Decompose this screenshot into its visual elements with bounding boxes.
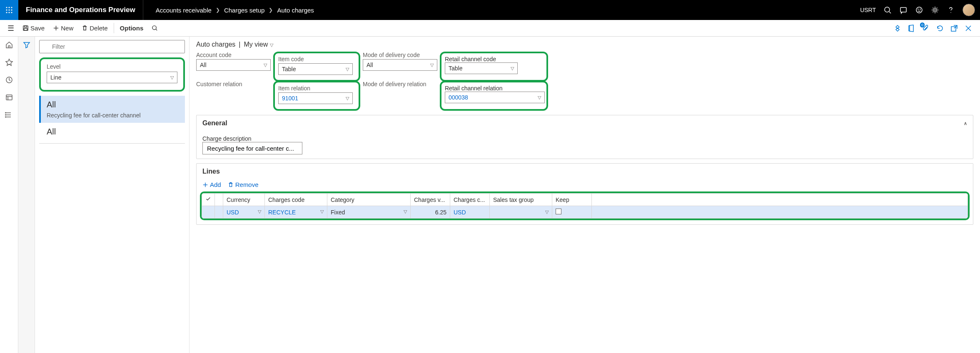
code-fields-row: Account code All ▽ Item code Table ▽	[196, 52, 973, 82]
grid-cell-select[interactable]	[202, 206, 215, 219]
grid-cell-value[interactable]: 6.25	[411, 206, 450, 219]
svg-rect-28	[6, 95, 12, 100]
refresh-icon[interactable]	[936, 24, 944, 32]
smiley-icon[interactable]	[915, 6, 923, 14]
lines-actions: Add Remove	[197, 179, 973, 190]
grid-col-charges-value[interactable]: Charges v...	[411, 194, 450, 206]
grid-col-charges-code[interactable]: Charges code	[265, 194, 327, 206]
grid-cell-keep[interactable]	[552, 206, 592, 219]
grid-col-spacer	[215, 194, 223, 206]
item-code-group: Item code Table ▽	[273, 52, 360, 82]
svg-point-2	[11, 7, 12, 8]
list-item[interactable]: All	[39, 123, 185, 141]
company-code[interactable]: USRT	[860, 7, 876, 13]
grid-col-charges-currency[interactable]: Charges c...	[450, 194, 490, 206]
options-button[interactable]: Options	[114, 23, 148, 33]
chevron-down-icon: ▽	[545, 209, 549, 215]
new-button[interactable]: New	[49, 23, 77, 33]
chevron-down-icon: ▽	[170, 75, 174, 80]
grid-col-keep[interactable]: Keep	[552, 194, 592, 206]
general-header[interactable]: General ∧	[197, 115, 973, 131]
grid-col-currency[interactable]: Currency	[223, 194, 265, 206]
delete-label: Delete	[90, 25, 107, 32]
chevron-right-icon: ❯	[216, 7, 220, 13]
divider: |	[239, 41, 240, 48]
grid-cell-sales-tax[interactable]: ▽	[490, 206, 552, 219]
chevron-down-icon: ▽	[258, 209, 261, 214]
chevron-right-icon: ❯	[269, 7, 273, 13]
help-icon[interactable]	[947, 6, 955, 14]
funnel-icon[interactable]	[22, 41, 31, 49]
popout-icon[interactable]	[950, 24, 958, 32]
search-icon[interactable]	[883, 6, 892, 14]
breadcrumb-item[interactable]: Accounts receivable	[156, 7, 212, 14]
grid-cell-charges-currency[interactable]: USD	[450, 206, 490, 219]
view-selector[interactable]: My view ▽	[244, 41, 273, 48]
titlebar-actions: USRT	[860, 4, 980, 16]
chevron-down-icon: ▽	[430, 62, 434, 68]
workspace-icon[interactable]	[5, 93, 13, 102]
attachments-icon[interactable]: 0	[922, 24, 930, 32]
grid-col-sales-tax[interactable]: Sales tax group	[490, 194, 552, 206]
account-code-field: Account code All ▽	[196, 52, 273, 82]
lines-header[interactable]: Lines	[197, 164, 973, 179]
home-icon[interactable]	[5, 41, 13, 49]
item-code-select[interactable]: Table ▽	[278, 63, 353, 75]
office-icon[interactable]	[908, 24, 916, 32]
svg-rect-18	[25, 26, 27, 27]
avatar[interactable]	[963, 4, 975, 16]
chevron-down-icon: ▽	[511, 66, 514, 71]
field-label: Charge description	[202, 135, 967, 142]
item-relation-input[interactable]: 91001 ▽	[278, 92, 353, 104]
svg-point-12	[916, 7, 922, 13]
svg-point-9	[885, 7, 890, 12]
breadcrumb-item[interactable]: Auto charges	[277, 7, 314, 14]
chevron-down-icon: ▽	[320, 209, 324, 214]
grid-col-category[interactable]: Category	[327, 194, 411, 206]
hamburger-button[interactable]: ☰	[3, 24, 18, 33]
close-icon[interactable]	[964, 24, 973, 32]
grid-row[interactable]: USD▽ RECYCLE▽ Fixed▽ 6.25 USD ▽	[202, 206, 968, 219]
filter-input[interactable]	[39, 40, 185, 53]
list-item[interactable]: All Recycling fee for call-center channe…	[39, 96, 185, 123]
star-icon[interactable]	[5, 58, 13, 67]
app-launcher-button[interactable]	[0, 0, 18, 20]
lines-grid-wrap: Currency Charges code Category Charges v…	[200, 191, 970, 220]
remove-line-button[interactable]: Remove	[228, 181, 259, 188]
app-title: Finance and Operations Preview	[18, 0, 143, 20]
chevron-down-icon: ▽	[346, 96, 349, 101]
add-line-button[interactable]: Add	[202, 181, 221, 188]
field-label: Retail channel relation	[445, 85, 543, 92]
breadcrumb-item[interactable]: Charges setup	[224, 7, 265, 14]
messages-icon[interactable]	[899, 6, 908, 14]
diamond-icon[interactable]	[893, 24, 902, 32]
toolbar-right: 0	[893, 24, 977, 32]
account-code-select[interactable]: All ▽	[196, 59, 271, 71]
customer-relation-input[interactable]	[196, 88, 271, 100]
svg-point-15	[934, 9, 936, 11]
level-select[interactable]: Line ▽	[47, 72, 177, 83]
grid-cell-currency[interactable]: USD▽	[223, 206, 265, 219]
delivery-relation-input[interactable]	[363, 88, 437, 100]
clock-icon[interactable]	[5, 76, 13, 84]
keep-checkbox[interactable]	[556, 209, 561, 214]
find-button[interactable]	[147, 23, 162, 33]
save-button[interactable]: Save	[18, 23, 49, 33]
grid-col-select[interactable]	[202, 194, 215, 206]
modules-icon[interactable]	[5, 111, 13, 119]
svg-point-22	[152, 26, 156, 30]
options-label: Options	[120, 25, 144, 32]
grid-cell-tail	[592, 206, 968, 219]
delivery-code-select[interactable]: All ▽	[363, 59, 437, 71]
lines-grid: Currency Charges code Category Charges v…	[202, 193, 968, 219]
channel-code-select[interactable]: Table ▽	[445, 62, 518, 74]
grid-cell-charges-code[interactable]: RECYCLE▽	[265, 206, 327, 219]
channel-relation-input[interactable]: 000038 ▽	[445, 92, 545, 103]
delete-button[interactable]: Delete	[77, 23, 112, 33]
delivery-relation-field: Mode of delivery relation	[363, 81, 440, 111]
charge-description-input[interactable]	[202, 142, 302, 154]
main-area: Auto charges | My view ▽ Account code Al…	[189, 37, 980, 353]
grid-cell-category[interactable]: Fixed▽	[327, 206, 411, 219]
chevron-down-icon: ▽	[264, 62, 267, 68]
gear-icon[interactable]	[931, 6, 939, 14]
